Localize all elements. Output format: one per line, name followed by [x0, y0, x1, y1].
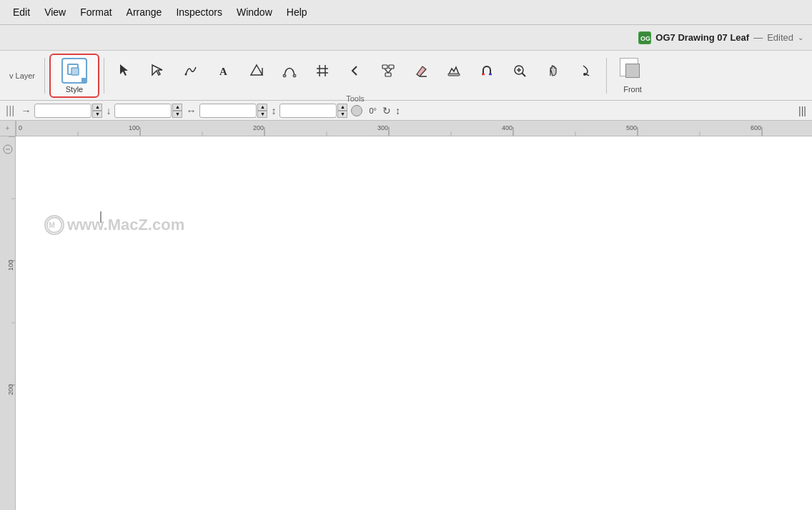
menu-format[interactable]: Format — [73, 4, 119, 21]
svg-text:OG: OG — [640, 35, 650, 42]
grid-tool[interactable] — [306, 49, 339, 93]
ruler-v-svg: 100 200 — [0, 136, 16, 510]
svg-point-29 — [583, 73, 586, 76]
ct-h-group: ▲ ▼ — [279, 104, 347, 118]
ct-w-input[interactable] — [199, 104, 257, 118]
ct-angle-circle — [351, 105, 362, 116]
magnet-tool[interactable] — [470, 49, 503, 93]
ct-w-spinner[interactable]: ▲ ▼ — [257, 104, 267, 118]
ct-y-down[interactable]: ▼ — [172, 111, 182, 118]
menu-view[interactable]: View — [37, 4, 73, 21]
svg-text:200: 200 — [7, 384, 14, 395]
text-tool[interactable]: A — [207, 49, 240, 93]
svg-rect-16 — [382, 65, 387, 69]
svg-point-11 — [293, 74, 296, 77]
menu-bar: Edit View Format Arrange Inspectors Wind… — [0, 0, 812, 25]
canvas-content[interactable]: M www.MacZ.com — [16, 136, 812, 510]
subselect-tool[interactable] — [142, 49, 174, 93]
svg-line-19 — [385, 69, 388, 73]
ruler-horizontal: 0 100 200 300 400 500 600 — [16, 121, 812, 136]
style-label: Style — [66, 85, 83, 94]
svg-text:0: 0 — [19, 124, 22, 131]
svg-marker-4 — [120, 64, 128, 76]
ct-x-down[interactable]: ▼ — [92, 111, 102, 118]
svg-text:100: 100 — [7, 260, 14, 271]
ct-y-up[interactable]: ▲ — [172, 104, 182, 111]
bezier-tool[interactable] — [273, 49, 306, 93]
menu-window[interactable]: Window — [229, 4, 279, 21]
menu-inspectors[interactable]: Inspectors — [169, 4, 229, 21]
tools-label: Tools — [346, 94, 365, 103]
ct-degree-label: 0° — [366, 106, 380, 115]
hand-tool[interactable] — [536, 49, 569, 93]
svg-text:500: 500 — [626, 124, 637, 131]
ct-rotate-cw[interactable]: ↻ — [381, 105, 392, 116]
svg-marker-5 — [152, 65, 162, 75]
ct-h-up[interactable]: ▲ — [337, 104, 347, 111]
ct-y-input[interactable] — [114, 104, 172, 118]
document-title: OG7 Drawing 07 Leaf — [655, 32, 749, 43]
svg-text:M: M — [49, 221, 55, 229]
svg-line-26 — [522, 73, 525, 76]
title-bar: OG OG7 Drawing 07 Leaf — Edited ⌄ — [0, 25, 812, 51]
eraser-tool[interactable] — [405, 49, 437, 93]
svg-rect-18 — [385, 73, 391, 76]
title-bar-content: OG OG7 Drawing 07 Leaf — Edited ⌄ — [638, 31, 803, 44]
svg-rect-3 — [71, 68, 79, 75]
zoom-tool[interactable] — [503, 49, 536, 93]
svg-text:600: 600 — [751, 124, 761, 131]
select-tool[interactable] — [109, 49, 142, 93]
ct-x-input[interactable] — [34, 104, 91, 118]
front-label: Front — [623, 85, 642, 94]
svg-line-20 — [388, 69, 392, 73]
diagram-tool[interactable] — [372, 49, 405, 93]
svg-rect-17 — [389, 65, 394, 69]
canvas-area: + 0 100 200 300 400 500 600 — [0, 121, 812, 510]
ct-x-group: ▲ ▼ — [34, 104, 102, 118]
layer-panel[interactable]: v Layer — [4, 54, 40, 98]
watermark-text: www.MacZ.com — [67, 216, 184, 234]
ruler-h-svg: 0 100 200 300 400 500 600 — [16, 121, 812, 136]
ct-y-spinner[interactable]: ▲ ▼ — [172, 104, 182, 118]
menu-arrange[interactable]: Arrange — [119, 4, 169, 21]
freehand-tool[interactable] — [174, 49, 207, 93]
toolbar-sep-3 — [606, 58, 607, 94]
ruler-vertical: 100 200 — [0, 136, 16, 510]
front-panel[interactable]: Front — [611, 54, 654, 98]
svg-text:400: 400 — [502, 124, 513, 131]
ct-h-spinner[interactable]: ▲ ▼ — [337, 104, 347, 118]
svg-marker-8 — [251, 65, 262, 75]
cursor2-tool[interactable] — [569, 49, 602, 93]
ct-y-group: ▲ ▼ — [114, 104, 182, 118]
title-chevron-icon[interactable]: ⌄ — [798, 34, 803, 41]
ruler-corner-icon: + — [6, 124, 10, 132]
svg-point-10 — [283, 74, 286, 77]
ct-handle-right[interactable]: ||| — [796, 105, 809, 116]
menu-edit[interactable]: Edit — [6, 4, 37, 21]
ct-h-down[interactable]: ▼ — [337, 111, 347, 118]
canvas-toolbar: ||| → ▲ ▼ ↓ ▲ ▼ ↔ ▲ ▼ ↕ ▲ ▼ 0° — [0, 101, 812, 121]
title-edited-label: Edited — [767, 32, 793, 43]
ct-x-icon: → — [19, 105, 33, 116]
app-icon: OG — [638, 31, 651, 44]
ct-x-spinner[interactable]: ▲ ▼ — [92, 104, 102, 118]
ct-w-up[interactable]: ▲ — [257, 104, 267, 111]
ct-w-down[interactable]: ▼ — [257, 111, 267, 118]
layer-label: v Layer — [9, 71, 35, 80]
ct-x-up[interactable]: ▲ — [92, 104, 102, 111]
ct-h-input[interactable] — [279, 104, 337, 118]
svg-text:100: 100 — [129, 124, 139, 131]
ct-y-icon: ↓ — [104, 105, 113, 116]
svg-text:A: A — [219, 66, 227, 77]
ct-flip-v[interactable]: ↕ — [394, 105, 402, 116]
watermark-icon: M — [44, 215, 64, 235]
back-tool[interactable] — [339, 49, 372, 93]
style-button[interactable]: Style — [49, 54, 99, 98]
menu-help[interactable]: Help — [279, 4, 315, 21]
svg-rect-22 — [448, 74, 460, 76]
shape-tool[interactable] — [240, 49, 273, 93]
splitter-tool[interactable] — [437, 49, 470, 93]
ct-handle-left[interactable]: ||| — [3, 104, 17, 117]
ct-h-icon: ↕ — [269, 105, 278, 116]
ruler-corner[interactable]: + — [0, 121, 16, 136]
